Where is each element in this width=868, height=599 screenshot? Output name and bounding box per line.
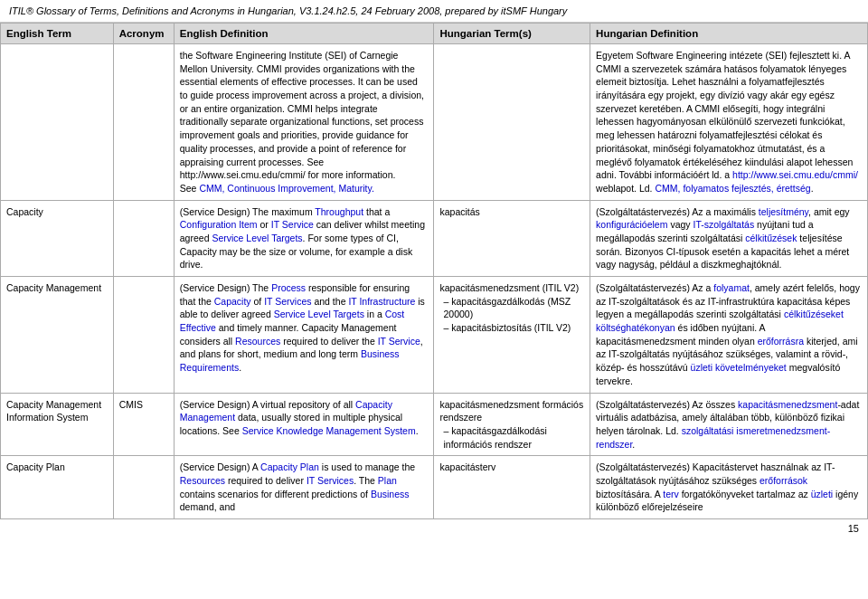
english-def-text: (Service Design) A Capacity Plan is used… [180, 461, 415, 512]
hungarian-def-text: Egyetem Software Engineering intézete (S… [596, 50, 858, 194]
term-text: Capacity Plan [6, 461, 65, 472]
hungarian-def-cell: (Szolgáltatástervezés) Az a folyamat, am… [590, 277, 868, 394]
hungarian-term-text: kapacitásterv [439, 461, 495, 472]
acronym-text: CMIS [119, 399, 143, 410]
acronym-cell: CMIS [113, 393, 174, 456]
page-footer: 15 [0, 519, 868, 537]
english-def-cell: the Software Engineering Institute (SEI)… [174, 44, 434, 201]
col-header-acronym: Acronym [113, 24, 174, 44]
term-text: Capacity [6, 206, 43, 217]
acronym-cell [113, 200, 174, 276]
english-def-text: the Software Engineering Institute (SEI)… [180, 50, 424, 194]
english-def-cell: (Service Design) A virtual repository of… [174, 393, 434, 456]
hungarian-def-cell: (Szolgáltatástervezés) Az összes kapacit… [590, 393, 868, 456]
page-header: ITIL® Glossary of Terms, Definitions and… [0, 0, 868, 23]
english-def-text: (Service Design) The Process responsible… [180, 282, 425, 373]
col-header-hungarian-def: Hungarian Definition [590, 24, 868, 44]
hungarian-term-cell: kapacitásterv [434, 456, 590, 519]
table-row: Capacity Plan (Service Design) A Capacit… [1, 456, 868, 519]
english-def-text: (Service Design) The maximum Throughput … [180, 206, 425, 271]
glossary-table: English Term Acronym English Definition … [0, 23, 868, 519]
english-def-cell: (Service Design) The Process responsible… [174, 277, 434, 394]
acronym-cell [113, 277, 174, 394]
hungarian-def-text: (Szolgáltatástervezés) Az a maximális te… [596, 206, 850, 271]
term-cell: Capacity Management [1, 277, 114, 394]
english-def-cell: (Service Design) The maximum Throughput … [174, 200, 434, 276]
col-header-english-term: English Term [1, 24, 114, 44]
hungarian-term-text: kapacitás [439, 206, 479, 217]
term-text: Capacity Management Information System [6, 399, 101, 423]
term-cell: Capacity [1, 200, 114, 276]
acronym-cell [113, 456, 174, 519]
hungarian-term-cell: kapacitás [434, 200, 590, 276]
header-text: ITIL® Glossary of Terms, Definitions and… [9, 5, 567, 16]
hungarian-def-text: (Szolgáltatástervezés) Az összes kapacit… [596, 399, 859, 450]
english-def-text: (Service Design) A virtual repository of… [180, 399, 419, 436]
table-header-row: English Term Acronym English Definition … [1, 24, 868, 44]
acronym-cell [113, 44, 174, 201]
col-header-hungarian-term: Hungarian Term(s) [434, 24, 590, 44]
term-text: Capacity Management [6, 282, 101, 293]
hungarian-term-cell [434, 44, 590, 201]
hungarian-def-text: (Szolgáltatástervezés) Az a folyamat, am… [596, 282, 860, 386]
hungarian-term-cell: kapacitásmenedzsment (ITIL V2) kapacitás… [434, 277, 590, 394]
hungarian-term-text: kapacitásmenedzsment formációs rendszere… [439, 399, 584, 452]
table-row: Capacity Management (Service Design) The… [1, 277, 868, 394]
table-row: Capacity (Service Design) The maximum Th… [1, 200, 868, 276]
hungarian-term-text: kapacitásmenedzsment (ITIL V2) kapacitás… [439, 282, 584, 335]
hungarian-def-text: (Szolgáltatástervezés) Kapacitástervet h… [596, 461, 858, 512]
term-cell [1, 44, 114, 201]
english-def-cell: (Service Design) A Capacity Plan is used… [174, 456, 434, 519]
hungarian-def-cell: (Szolgáltatástervezés) Az a maximális te… [590, 200, 868, 276]
term-cell: Capacity Management Information System [1, 393, 114, 456]
hungarian-term-cell: kapacitásmenedzsment formációs rendszere… [434, 393, 590, 456]
hungarian-def-cell: (Szolgáltatástervezés) Kapacitástervet h… [590, 456, 868, 519]
hungarian-def-cell: Egyetem Software Engineering intézete (S… [590, 44, 868, 201]
table-row: Capacity Management Information System C… [1, 393, 868, 456]
col-header-english-def: English Definition [174, 24, 434, 44]
page-number: 15 [848, 523, 859, 534]
table-row: the Software Engineering Institute (SEI)… [1, 44, 868, 201]
term-cell: Capacity Plan [1, 456, 114, 519]
